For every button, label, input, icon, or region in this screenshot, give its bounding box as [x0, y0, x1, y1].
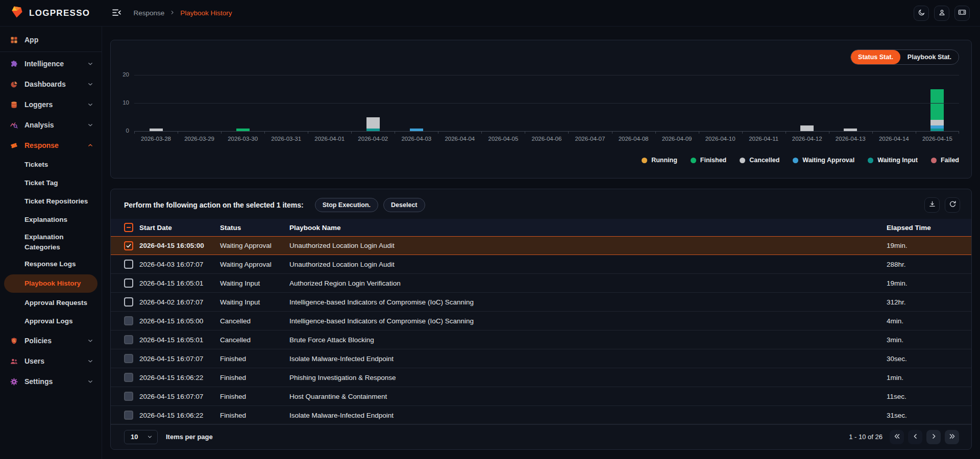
sidebar-item-users[interactable]: Users — [0, 351, 102, 371]
sidebar-item-tickets[interactable]: Tickets — [0, 156, 102, 174]
refresh-button[interactable] — [945, 197, 960, 213]
table-row[interactable]: 2026-04-03 16:07:07Waiting ApprovalUnaut… — [111, 255, 971, 274]
last-page-button[interactable] — [945, 430, 959, 444]
table-row[interactable]: 2026-04-15 16:05:00CancelledIntelligence… — [111, 312, 971, 330]
user-menu-button[interactable] — [934, 6, 949, 21]
legend-item-cancelled[interactable]: Cancelled — [740, 157, 779, 164]
chevron-left-icon — [912, 432, 919, 442]
dark-mode-button[interactable] — [914, 6, 929, 21]
row-checkbox[interactable] — [124, 241, 133, 250]
pie-chart-icon — [9, 80, 18, 89]
x-axis-tick-label: 2026-04-12 — [786, 136, 829, 142]
bar-segment-cancelled — [800, 125, 814, 131]
col-header-start-date[interactable]: Start Date — [139, 224, 220, 232]
sidebar-item-intelligence[interactable]: Intelligence — [0, 54, 102, 74]
stop-execution-button[interactable]: Stop Execution. — [315, 198, 378, 212]
table-row[interactable]: 2026-04-15 16:07:07FinishedIsolate Malwa… — [111, 349, 971, 368]
table-row[interactable]: 2026-04-15 16:06:22FinishedPhishing Inve… — [111, 368, 971, 387]
gear-icon — [9, 377, 18, 386]
x-axis-tick-label: 2026-04-02 — [351, 136, 395, 142]
table-row[interactable]: 2026-04-02 16:07:07Waiting InputIntellig… — [111, 293, 971, 312]
row-checkbox[interactable] — [124, 411, 133, 420]
row-checkbox[interactable] — [124, 335, 133, 344]
bar-column — [786, 61, 829, 131]
legend-dot — [740, 158, 745, 163]
cell-start-date: 2026-04-15 16:07:07 — [139, 355, 220, 363]
x-axis-tick-label: 2026-04-05 — [481, 136, 525, 142]
select-all-checkbox[interactable] — [124, 223, 133, 232]
sidebar-item-playbook-history[interactable]: Playbook History — [4, 274, 97, 293]
sidebar-item-loggers[interactable]: Loggers — [0, 94, 102, 115]
deselect-button[interactable]: Deselect — [383, 198, 425, 212]
table-row[interactable]: 2026-04-15 16:07:07FinishedHost Quaranti… — [111, 387, 971, 406]
breadcrumb-section[interactable]: Response — [133, 9, 164, 17]
cell-elapsed-time: 19min. — [887, 242, 971, 249]
cell-elapsed-time: 19min. — [887, 279, 971, 287]
double-chevron-left-icon — [893, 432, 901, 442]
cell-playbook-name: Brute Force Attack Blocking — [289, 336, 887, 344]
sidebar-item-policies[interactable]: Policies — [0, 330, 102, 351]
gridline — [134, 103, 959, 104]
sidebar-item-settings[interactable]: Settings — [0, 371, 102, 392]
cell-status: Waiting Approval — [220, 261, 289, 268]
table-row[interactable]: 2026-04-15 16:05:00Waiting ApprovalUnaut… — [111, 236, 971, 255]
legend-item-finished[interactable]: Finished — [691, 157, 726, 164]
legend-item-waiting-approval[interactable]: Waiting Approval — [793, 157, 854, 164]
col-header-status[interactable]: Status — [220, 224, 289, 232]
menu-collapse-icon — [111, 7, 122, 19]
sidebar-item-explanations[interactable]: Explanations — [0, 211, 102, 229]
bar-column — [872, 61, 916, 131]
chevron-up-icon — [87, 142, 93, 148]
sidebar-item-app[interactable]: App — [0, 30, 102, 50]
page-size-value: 10 — [131, 433, 138, 441]
row-checkbox[interactable] — [124, 373, 133, 382]
topbar: LOGPRESSO Response Playbook History — [0, 0, 980, 27]
sidebar-collapse-button[interactable] — [111, 7, 122, 19]
bar-column — [178, 61, 221, 131]
col-header-elapsed-time[interactable]: Elapsed Time — [887, 224, 971, 232]
sidebar-item-response[interactable]: Response — [0, 135, 102, 156]
license-icon — [958, 8, 967, 18]
sidebar-item-approval-requests[interactable]: Approval Requests — [0, 294, 102, 312]
page-size-select[interactable]: 10 — [124, 430, 158, 444]
brand: LOGPRESSO — [10, 5, 90, 21]
sidebar-item-explanation-categories[interactable]: Explanation Categories — [0, 229, 102, 255]
download-button[interactable] — [924, 197, 940, 213]
cell-playbook-name: Authorized Region Login Verification — [289, 279, 887, 287]
chevron-down-icon — [147, 434, 153, 440]
refresh-icon — [948, 200, 957, 210]
legend-item-running[interactable]: Running — [642, 157, 677, 164]
prev-page-button[interactable] — [908, 430, 922, 444]
sidebar-item-ticket-repositories[interactable]: Ticket Repositories — [0, 192, 102, 211]
row-checkbox[interactable] — [124, 392, 133, 401]
bar-segment-cancelled — [930, 120, 944, 125]
cell-playbook-name: Intelligence-based Indicators of Comprom… — [289, 317, 887, 325]
cell-start-date: 2026-04-15 16:07:07 — [139, 393, 220, 400]
download-icon — [928, 200, 937, 210]
legend-item-waiting-input[interactable]: Waiting Input — [868, 157, 918, 164]
legend-item-failed[interactable]: Failed — [931, 157, 959, 164]
cell-playbook-name: Intelligence-based Indicators of Comprom… — [289, 298, 887, 306]
row-checkbox[interactable] — [124, 260, 133, 269]
col-header-playbook-name[interactable]: Playbook Name — [289, 224, 887, 232]
row-checkbox[interactable] — [124, 316, 133, 325]
next-page-button[interactable] — [926, 430, 941, 444]
x-axis-tick-label: 2026-04-04 — [438, 136, 481, 142]
bar-column — [308, 61, 351, 131]
sidebar-item-ticket-tag[interactable]: Ticket Tag — [0, 174, 102, 192]
sidebar-item-dashboards[interactable]: Dashboards — [0, 74, 102, 94]
table-row[interactable]: 2026-04-15 16:05:01CancelledBrute Force … — [111, 330, 971, 349]
row-checkbox[interactable] — [124, 278, 133, 288]
sidebar-item-analysis[interactable]: Analysis — [0, 115, 102, 135]
row-checkbox[interactable] — [124, 297, 133, 307]
sidebar-item-approval-logs[interactable]: Approval Logs — [0, 312, 102, 330]
legend-label: Failed — [941, 157, 959, 164]
row-checkbox[interactable] — [124, 354, 133, 363]
table-row[interactable]: 2026-04-15 16:05:01Waiting InputAuthoriz… — [111, 274, 971, 293]
first-page-button[interactable] — [890, 430, 904, 444]
license-button[interactable] — [954, 6, 970, 21]
breadcrumb-current: Playbook History — [180, 9, 232, 17]
table-row[interactable]: 2026-04-15 16:06:22FinishedIsolate Malwa… — [111, 406, 971, 425]
sidebar-item-response-logs[interactable]: Response Logs — [0, 255, 102, 273]
sidebar-item-label: Response — [24, 141, 59, 149]
